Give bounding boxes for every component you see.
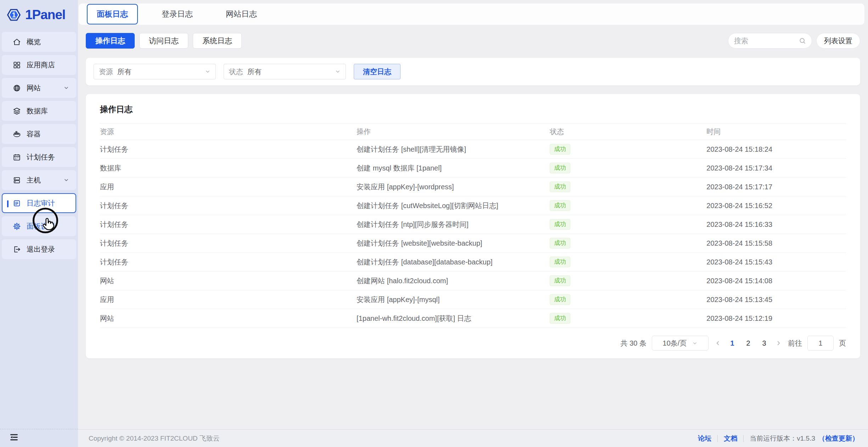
status-cell: 成功 [550, 290, 706, 309]
database-icon [13, 107, 21, 115]
table-row[interactable]: 计划任务 创建计划任务 [website][website-backup] 成功… [100, 234, 846, 253]
toolbar: 操作日志 访问日志 系统日志 列表设置 [86, 33, 860, 49]
sidebar-item-app-store[interactable]: 应用商店 [2, 55, 76, 75]
table-row[interactable]: 计划任务 创建计划任务 [database][database-backup] … [100, 253, 846, 272]
column-header-status: 状态 [550, 124, 706, 140]
status-cell: 成功 [550, 272, 706, 290]
table-row[interactable]: 计划任务 创建计划任务 [cutWebsiteLog][切割网站日志] 成功 2… [100, 196, 846, 215]
column-header-resource: 资源 [100, 124, 357, 140]
sidebar-item-label: 数据库 [27, 106, 48, 116]
logo[interactable]: 1 1Panel [0, 0, 78, 30]
table-row[interactable]: 计划任务 创建计划任务 [ntp][同步服务器时间] 成功 2023-08-24… [100, 215, 846, 234]
list-settings-button[interactable]: 列表设置 [816, 33, 860, 49]
page-suffix-label: 页 [839, 339, 846, 348]
resource-cell: 数据库 [100, 159, 357, 178]
resource-cell: 网站 [100, 309, 357, 328]
status-badge: 成功 [550, 200, 570, 211]
table-row[interactable]: 应用 安装应用 [appKey]-[mysql] 成功 2023-08-24 1… [100, 290, 846, 309]
time-cell: 2023-08-24 15:15:58 [706, 234, 846, 253]
check-update-link[interactable]: （检查更新） [818, 434, 859, 443]
status-cell: 成功 [550, 178, 706, 196]
chevron-down-icon [63, 85, 69, 91]
resource-cell: 计划任务 [100, 215, 357, 234]
sidebar-item-log-audit[interactable]: 日志审计 [2, 193, 76, 213]
operation-cell: [1panel-wh.fit2cloud.com][获取] 日志 [357, 309, 550, 328]
card-title: 操作日志 [86, 94, 860, 123]
svg-text:1: 1 [12, 11, 16, 19]
time-cell: 2023-08-24 15:15:43 [706, 253, 846, 272]
resource-cell: 计划任务 [100, 234, 357, 253]
sidebar-item-cronjob[interactable]: 计划任务 [2, 147, 76, 167]
sidebar-item-host[interactable]: 主机 [2, 170, 76, 190]
page-size-select[interactable]: 10条/页 [652, 336, 709, 351]
table-row[interactable]: 应用 安装应用 [appKey]-[wordpress] 成功 2023-08-… [100, 178, 846, 196]
operation-cell: 创建计划任务 [cutWebsiteLog][切割网站日志] [357, 196, 550, 215]
chevron-down-icon [63, 177, 69, 183]
goto-label: 前往 [788, 339, 802, 348]
main-area: 面板日志 登录日志 网站日志 操作日志 访问日志 系统日志 列表设置 [78, 0, 868, 447]
footer-divider [717, 435, 718, 442]
page-number-3[interactable]: 3 [759, 339, 769, 347]
resource-cell: 应用 [100, 290, 357, 309]
time-cell: 2023-08-24 15:16:33 [706, 215, 846, 234]
sidebar-item-logout[interactable]: 退出登录 [2, 239, 76, 259]
operation-cell: 创建计划任务 [database][database-backup] [357, 253, 550, 272]
resource-filter-select[interactable]: 资源 所有 [94, 64, 216, 79]
sidebar-menu: 概览 应用商店 网站 数据库 容器 [0, 30, 78, 259]
container-icon [13, 130, 21, 138]
status-cell: 成功 [550, 309, 706, 328]
table-row[interactable]: 网站 创建网站 [halo.fit2cloud.com] 成功 2023-08-… [100, 272, 846, 290]
sidebar-item-label: 面板设置 [27, 222, 55, 231]
sidebar-item-label: 应用商店 [27, 60, 55, 70]
subtab-system-log[interactable]: 系统日志 [193, 33, 242, 49]
resource-filter-label: 资源 [99, 67, 113, 77]
sidebar-item-overview[interactable]: 概览 [2, 32, 76, 52]
tab-login-log[interactable]: 登录日志 [152, 5, 202, 24]
tab-website-log[interactable]: 网站日志 [217, 5, 266, 24]
table-row[interactable]: 网站 [1panel-wh.fit2cloud.com][获取] 日志 成功 2… [100, 309, 846, 328]
docs-link[interactable]: 文档 [724, 434, 737, 443]
operation-cell: 创建计划任务 [ntp][同步服务器时间] [357, 215, 550, 234]
sidebar-item-container[interactable]: 容器 [2, 124, 76, 144]
logout-icon [13, 245, 21, 253]
status-badge: 成功 [550, 275, 570, 286]
globe-icon [13, 84, 21, 92]
status-filter-label: 状态 [229, 67, 243, 77]
tab-panel-log[interactable]: 面板日志 [87, 4, 138, 24]
sidebar-item-label: 计划任务 [27, 152, 55, 162]
table-row[interactable]: 数据库 创建 mysql 数据库 [1panel] 成功 2023-08-24 … [100, 159, 846, 178]
footer-divider [743, 435, 744, 442]
prev-page-button[interactable] [714, 340, 722, 346]
goto-page-input[interactable] [807, 336, 834, 351]
subtab-operation-log[interactable]: 操作日志 [86, 33, 135, 49]
sidebar-item-website[interactable]: 网站 [2, 78, 76, 98]
sidebar-item-database[interactable]: 数据库 [2, 101, 76, 121]
status-filter-select[interactable]: 状态 所有 [224, 64, 346, 79]
subtab-access-log[interactable]: 访问日志 [139, 33, 188, 49]
column-header-time: 时间 [706, 124, 846, 140]
chevron-down-icon [692, 341, 698, 346]
chevron-right-icon [775, 340, 782, 346]
sidebar-item-label: 容器 [27, 129, 41, 139]
status-cell: 成功 [550, 215, 706, 234]
search-icon [799, 37, 806, 44]
table-row[interactable]: 计划任务 创建计划任务 [shell][清理无用镜像] 成功 2023-08-2… [100, 140, 846, 159]
sidebar-item-panel-settings[interactable]: 面板设置 [2, 216, 76, 236]
sidebar-item-label: 概览 [27, 37, 41, 47]
search-input-wrapper [728, 33, 812, 49]
next-page-button[interactable] [775, 340, 783, 346]
chevron-down-icon [335, 69, 341, 74]
clear-logs-button[interactable]: 清空日志 [354, 64, 401, 79]
app-store-icon [13, 61, 21, 69]
forum-link[interactable]: 论坛 [698, 434, 711, 443]
sidebar-item-label: 退出登录 [27, 245, 55, 254]
copyright-text: Copyright © 2014-2023 FIT2CLOUD 飞致云 [89, 434, 220, 443]
status-cell: 成功 [550, 253, 706, 272]
status-badge: 成功 [550, 313, 570, 324]
page-number-1[interactable]: 1 [727, 339, 738, 347]
operation-log-card: 操作日志 资源 操作 状态 时间 计划任务 创建计划任务 [shell][清理无… [86, 94, 860, 358]
page-number-2[interactable]: 2 [743, 339, 754, 347]
resource-cell: 网站 [100, 272, 357, 290]
search-input[interactable] [734, 37, 799, 45]
collapse-sidebar-button[interactable] [9, 432, 19, 442]
